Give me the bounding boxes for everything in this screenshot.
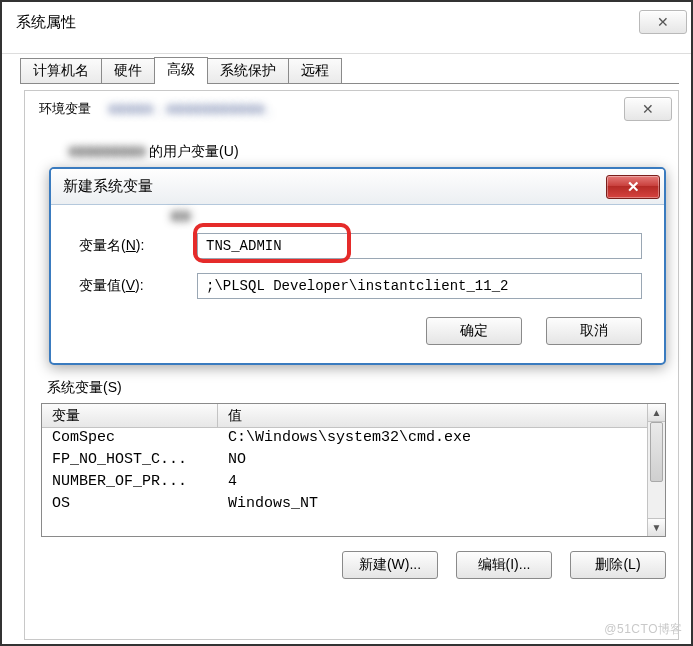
new-button[interactable]: 新建(W)... (342, 551, 438, 579)
system-properties-titlebar: 系统属性 ✕ (2, 2, 691, 42)
cancel-button[interactable]: 取消 (546, 317, 642, 345)
tab-hardware[interactable]: 硬件 (101, 58, 155, 83)
close-icon: ✕ (657, 14, 669, 30)
list-item[interactable]: OS Windows_NT (42, 494, 665, 516)
header-value[interactable]: 值 (218, 404, 665, 427)
list-item[interactable]: ComSpec C:\Windows\system32\cmd.exe (42, 428, 665, 450)
environment-variables-window: 环境变量 ■■■■■，■■■■■■■■■■■。 ✕ ■■■■■■■■■ 的用户变… (24, 90, 679, 640)
scrollbar[interactable]: ▲ ▼ (647, 404, 665, 536)
environment-variables-title: 环境变量 (39, 100, 91, 118)
close-icon: ✕ (627, 178, 640, 196)
system-variables-section: 系统变量(S) 变量 值 ComSpec C:\Windows\system32… (41, 379, 666, 579)
variable-name-input[interactable] (197, 233, 642, 259)
header-variable[interactable]: 变量 (42, 404, 218, 427)
system-properties-close-button[interactable]: ✕ (639, 10, 687, 34)
environment-variables-close-button[interactable]: ✕ (624, 97, 672, 121)
blurred-text: ■■■■■，■■■■■■■■■■■。 (109, 100, 279, 118)
edit-button[interactable]: 编辑(I)... (456, 551, 552, 579)
system-properties-window: 系统属性 ✕ (2, 2, 691, 54)
tab-advanced[interactable]: 高级 (154, 57, 208, 84)
system-variables-listview[interactable]: 变量 值 ComSpec C:\Windows\system32\cmd.exe… (41, 403, 666, 537)
list-item[interactable]: NUMBER_OF_PR... 4 (42, 472, 665, 494)
tab-computer-name[interactable]: 计算机名 (20, 58, 102, 83)
listview-rows: ComSpec C:\Windows\system32\cmd.exe FP_N… (42, 428, 665, 516)
list-item[interactable]: FP_NO_HOST_C... NO (42, 450, 665, 472)
variable-value-row: 变量值(V): (79, 273, 642, 299)
listview-header[interactable]: 变量 值 (42, 404, 665, 428)
system-variables-button-row: 新建(W)... 编辑(I)... 删除(L) (41, 551, 666, 579)
new-system-variable-title: 新建系统变量 (63, 177, 153, 196)
variable-value-label: 变量值(V): (79, 277, 197, 295)
delete-button[interactable]: 删除(L) (570, 551, 666, 579)
variable-name-row: 变量名(N): (79, 233, 642, 259)
scroll-thumb[interactable] (650, 422, 663, 482)
scroll-down-button[interactable]: ▼ (648, 518, 665, 536)
system-properties-title: 系统属性 (16, 13, 76, 32)
blurred-username: ■■■■■■■■■ (69, 143, 145, 159)
new-system-variable-titlebar: 新建系统变量 ✕ (51, 169, 664, 205)
close-icon: ✕ (642, 101, 654, 117)
watermark: @51CTO博客 (604, 621, 683, 638)
user-variables-label-row: ■■■■■■■■■ 的用户变量(U) (69, 143, 666, 161)
new-system-variable-dialog: 新建系统变量 ✕ ■■ 变量名(N): (49, 167, 666, 365)
system-variables-label: 系统变量(S) (47, 379, 666, 397)
new-variable-button-row: 确定 取消 (79, 317, 642, 345)
tab-remote[interactable]: 远程 (288, 58, 342, 83)
tab-system-protection[interactable]: 系统保护 (207, 58, 289, 83)
tab-row: 计算机名 硬件 高级 系统保护 远程 (20, 58, 679, 84)
new-system-variable-close-button[interactable]: ✕ (606, 175, 660, 199)
variable-value-input[interactable] (197, 273, 642, 299)
scroll-up-button[interactable]: ▲ (648, 404, 665, 422)
environment-variables-titlebar: 环境变量 ■■■■■，■■■■■■■■■■■。 ✕ (25, 91, 678, 125)
user-variables-label: 的用户变量(U) (149, 143, 238, 161)
variable-name-label: 变量名(N): (79, 237, 197, 255)
ok-button[interactable]: 确定 (426, 317, 522, 345)
blurred-text: ■■ (171, 207, 190, 225)
